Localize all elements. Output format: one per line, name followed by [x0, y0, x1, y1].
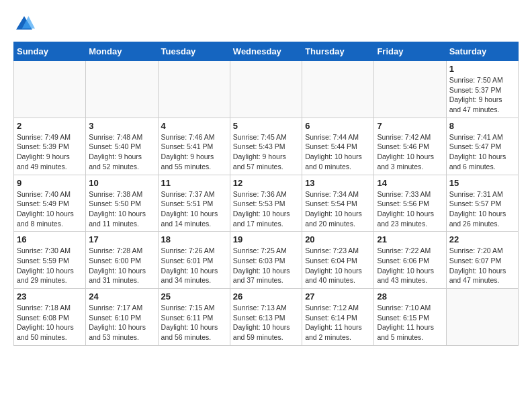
logo-icon [13, 13, 35, 35]
day-cell: 26Sunrise: 7:13 AM Sunset: 6:13 PM Dayli… [230, 289, 302, 346]
day-info: Sunrise: 7:20 AM Sunset: 6:07 PM Dayligh… [449, 246, 515, 285]
day-cell: 15Sunrise: 7:31 AM Sunset: 5:57 PM Dayli… [446, 175, 518, 232]
day-info: Sunrise: 7:42 AM Sunset: 5:46 PM Dayligh… [377, 132, 443, 172]
day-cell: 17Sunrise: 7:28 AM Sunset: 6:00 PM Dayli… [86, 232, 158, 289]
day-number: 14 [377, 178, 443, 188]
day-number: 5 [233, 121, 299, 131]
day-number: 25 [161, 291, 227, 302]
day-cell: 6Sunrise: 7:44 AM Sunset: 5:44 PM Daylig… [302, 118, 374, 175]
day-info: Sunrise: 7:18 AM Sunset: 6:08 PM Dayligh… [17, 303, 83, 342]
day-cell: 22Sunrise: 7:20 AM Sunset: 6:07 PM Dayli… [446, 232, 518, 289]
day-cell [14, 61, 86, 118]
weekday-header-saturday: Saturday [446, 42, 518, 61]
day-info: Sunrise: 7:44 AM Sunset: 5:44 PM Dayligh… [305, 132, 371, 172]
day-number: 13 [305, 178, 371, 188]
day-info: Sunrise: 7:45 AM Sunset: 5:43 PM Dayligh… [233, 132, 299, 172]
day-number: 20 [305, 234, 371, 244]
day-number: 7 [377, 121, 443, 131]
day-info: Sunrise: 7:17 AM Sunset: 6:10 PM Dayligh… [89, 303, 154, 342]
day-info: Sunrise: 7:28 AM Sunset: 6:00 PM Dayligh… [89, 246, 154, 285]
week-row-4: 16Sunrise: 7:30 AM Sunset: 5:59 PM Dayli… [14, 232, 519, 289]
day-cell: 20Sunrise: 7:23 AM Sunset: 6:04 PM Dayli… [302, 232, 374, 289]
weekday-header-row: SundayMondayTuesdayWednesdayThursdayFrid… [14, 42, 519, 61]
weekday-header-sunday: Sunday [14, 42, 86, 61]
day-cell: 11Sunrise: 7:37 AM Sunset: 5:51 PM Dayli… [158, 175, 230, 232]
weekday-header-monday: Monday [86, 42, 158, 61]
day-cell: 3Sunrise: 7:48 AM Sunset: 5:40 PM Daylig… [86, 118, 158, 175]
day-cell: 2Sunrise: 7:49 AM Sunset: 5:39 PM Daylig… [14, 118, 86, 175]
day-cell: 12Sunrise: 7:36 AM Sunset: 5:53 PM Dayli… [230, 175, 302, 232]
weekday-header-wednesday: Wednesday [230, 42, 302, 61]
day-cell: 24Sunrise: 7:17 AM Sunset: 6:10 PM Dayli… [86, 289, 158, 346]
day-info: Sunrise: 7:46 AM Sunset: 5:41 PM Dayligh… [161, 132, 227, 172]
day-cell: 5Sunrise: 7:45 AM Sunset: 5:43 PM Daylig… [230, 118, 302, 175]
day-number: 8 [449, 121, 515, 131]
day-cell [302, 61, 374, 118]
logo [13, 13, 36, 35]
week-row-5: 23Sunrise: 7:18 AM Sunset: 6:08 PM Dayli… [14, 289, 519, 346]
day-info: Sunrise: 7:40 AM Sunset: 5:49 PM Dayligh… [17, 189, 83, 229]
day-number: 3 [89, 121, 154, 131]
day-cell: 25Sunrise: 7:15 AM Sunset: 6:11 PM Dayli… [158, 289, 230, 346]
day-number: 28 [377, 291, 443, 302]
week-row-2: 2Sunrise: 7:49 AM Sunset: 5:39 PM Daylig… [14, 118, 519, 175]
day-info: Sunrise: 7:15 AM Sunset: 6:11 PM Dayligh… [161, 303, 227, 342]
day-info: Sunrise: 7:31 AM Sunset: 5:57 PM Dayligh… [449, 189, 515, 229]
day-info: Sunrise: 7:49 AM Sunset: 5:39 PM Dayligh… [17, 132, 83, 172]
day-info: Sunrise: 7:50 AM Sunset: 5:37 PM Dayligh… [449, 75, 515, 115]
day-number: 17 [89, 234, 154, 244]
calendar: SundayMondayTuesdayWednesdayThursdayFrid… [13, 42, 519, 346]
day-number: 26 [233, 291, 299, 302]
day-info: Sunrise: 7:25 AM Sunset: 6:03 PM Dayligh… [233, 246, 299, 285]
day-cell: 13Sunrise: 7:34 AM Sunset: 5:54 PM Dayli… [302, 175, 374, 232]
day-number: 18 [161, 234, 227, 244]
day-number: 23 [17, 291, 83, 302]
day-cell: 10Sunrise: 7:38 AM Sunset: 5:50 PM Dayli… [86, 175, 158, 232]
day-number: 11 [161, 178, 227, 188]
day-cell: 9Sunrise: 7:40 AM Sunset: 5:49 PM Daylig… [14, 175, 86, 232]
day-cell: 8Sunrise: 7:41 AM Sunset: 5:47 PM Daylig… [446, 118, 518, 175]
day-number: 9 [17, 178, 83, 188]
day-cell: 1Sunrise: 7:50 AM Sunset: 5:37 PM Daylig… [446, 61, 518, 118]
day-cell [230, 61, 302, 118]
day-info: Sunrise: 7:34 AM Sunset: 5:54 PM Dayligh… [305, 189, 371, 229]
day-info: Sunrise: 7:12 AM Sunset: 6:14 PM Dayligh… [305, 303, 371, 342]
day-number: 16 [17, 234, 83, 244]
day-info: Sunrise: 7:13 AM Sunset: 6:13 PM Dayligh… [233, 303, 299, 342]
day-number: 27 [305, 291, 371, 302]
day-info: Sunrise: 7:37 AM Sunset: 5:51 PM Dayligh… [161, 189, 227, 229]
day-info: Sunrise: 7:41 AM Sunset: 5:47 PM Dayligh… [449, 132, 515, 172]
day-info: Sunrise: 7:38 AM Sunset: 5:50 PM Dayligh… [89, 189, 154, 229]
week-row-3: 9Sunrise: 7:40 AM Sunset: 5:49 PM Daylig… [14, 175, 519, 232]
day-info: Sunrise: 7:30 AM Sunset: 5:59 PM Dayligh… [17, 246, 83, 285]
day-cell [86, 61, 158, 118]
day-cell: 16Sunrise: 7:30 AM Sunset: 5:59 PM Dayli… [14, 232, 86, 289]
day-number: 2 [17, 121, 83, 131]
day-cell: 7Sunrise: 7:42 AM Sunset: 5:46 PM Daylig… [374, 118, 446, 175]
day-info: Sunrise: 7:10 AM Sunset: 6:15 PM Dayligh… [377, 303, 443, 342]
day-number: 19 [233, 234, 299, 244]
weekday-header-tuesday: Tuesday [158, 42, 230, 61]
day-number: 22 [449, 234, 515, 244]
day-number: 10 [89, 178, 154, 188]
day-cell: 14Sunrise: 7:33 AM Sunset: 5:56 PM Dayli… [374, 175, 446, 232]
day-number: 24 [89, 291, 154, 302]
day-info: Sunrise: 7:26 AM Sunset: 6:01 PM Dayligh… [161, 246, 227, 285]
day-cell: 23Sunrise: 7:18 AM Sunset: 6:08 PM Dayli… [14, 289, 86, 346]
day-cell: 19Sunrise: 7:25 AM Sunset: 6:03 PM Dayli… [230, 232, 302, 289]
day-info: Sunrise: 7:22 AM Sunset: 6:06 PM Dayligh… [377, 246, 443, 285]
day-cell: 21Sunrise: 7:22 AM Sunset: 6:06 PM Dayli… [374, 232, 446, 289]
day-cell: 28Sunrise: 7:10 AM Sunset: 6:15 PM Dayli… [374, 289, 446, 346]
day-info: Sunrise: 7:48 AM Sunset: 5:40 PM Dayligh… [89, 132, 154, 172]
day-cell [374, 61, 446, 118]
day-number: 6 [305, 121, 371, 131]
day-cell [446, 289, 518, 346]
day-number: 1 [449, 64, 515, 74]
day-number: 15 [449, 178, 515, 188]
day-info: Sunrise: 7:36 AM Sunset: 5:53 PM Dayligh… [233, 189, 299, 229]
day-number: 21 [377, 234, 443, 244]
weekday-header-thursday: Thursday [302, 42, 374, 61]
page-header [13, 13, 519, 35]
day-cell: 27Sunrise: 7:12 AM Sunset: 6:14 PM Dayli… [302, 289, 374, 346]
day-info: Sunrise: 7:23 AM Sunset: 6:04 PM Dayligh… [305, 246, 371, 285]
